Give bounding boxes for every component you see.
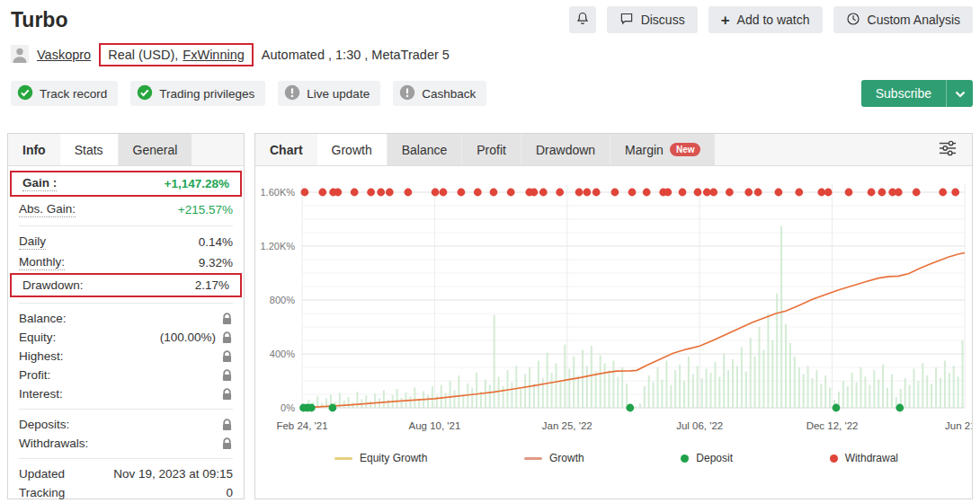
gain-value: +1,147.28% bbox=[165, 177, 229, 190]
profit-label: Profit: bbox=[19, 368, 50, 382]
clock-icon bbox=[846, 12, 860, 29]
highest-row: Highest: bbox=[8, 347, 244, 366]
tab-drawdown[interactable]: Drawdown bbox=[521, 134, 610, 165]
svg-text:Jan 25, '22: Jan 25, '22 bbox=[542, 420, 592, 431]
chevron-down-icon bbox=[955, 85, 966, 101]
badge-live-update: Live update bbox=[278, 81, 380, 106]
chart-panel: Chart Growth Balance Profit Drawdown Mar… bbox=[254, 133, 973, 499]
badge-track-record: Track record bbox=[11, 81, 118, 106]
legend-equity-growth: Equity Growth bbox=[334, 452, 427, 464]
divider bbox=[19, 409, 233, 410]
add-to-watch-button[interactable]: + Add to watch bbox=[708, 6, 823, 33]
stat-rows: Gain : +1,147.28% Abs. Gain: +215.57% Da… bbox=[8, 166, 244, 502]
monthly-label: Monthly: bbox=[19, 255, 65, 270]
lock-icon bbox=[221, 350, 233, 363]
gain-highlight: Gain : +1,147.28% bbox=[10, 171, 242, 197]
balance-row: Balance: bbox=[8, 309, 244, 328]
svg-text:400%: 400% bbox=[270, 349, 295, 359]
withdrawal-swatch bbox=[830, 454, 838, 463]
lock-icon bbox=[221, 419, 233, 431]
interest-label: Interest: bbox=[19, 387, 63, 401]
chart-legend: Equity Growth Growth Deposit Withdrawal bbox=[255, 440, 972, 464]
profit-row: Profit: bbox=[8, 366, 244, 384]
drawdown-row: Drawdown: 2.17% bbox=[12, 276, 240, 295]
equity-growth-swatch bbox=[334, 457, 352, 460]
lock-icon bbox=[221, 331, 233, 344]
updated-label: Updated bbox=[19, 467, 65, 481]
divider bbox=[19, 225, 233, 226]
broker-link[interactable]: FxWinning bbox=[183, 48, 245, 62]
balance-label: Balance: bbox=[19, 312, 67, 325]
abs-gain-label: Abs. Gain: bbox=[19, 202, 76, 217]
growth-chart[interactable]: Feb 24, '21Aug 10, '21Jan 25, '22Jul 06,… bbox=[255, 166, 972, 440]
svg-text:800%: 800% bbox=[270, 295, 295, 305]
svg-text:Feb 24, '21: Feb 24, '21 bbox=[276, 420, 327, 431]
subscribe-dropdown-button[interactable] bbox=[946, 80, 973, 107]
header-actions: Discuss + Add to watch Custom Analysis bbox=[569, 6, 973, 33]
user-link[interactable]: Vaskopro bbox=[37, 48, 91, 62]
daily-value: 0.14% bbox=[199, 235, 233, 249]
divider bbox=[19, 458, 233, 459]
account-type-label: Real (USD), bbox=[108, 48, 178, 62]
deposit-swatch bbox=[681, 454, 689, 463]
info-panel: Info Stats General Gain : +1,147.28% Abs… bbox=[7, 133, 245, 499]
plus-icon: + bbox=[721, 13, 730, 28]
avatar bbox=[11, 45, 29, 66]
tab-general[interactable]: General bbox=[118, 134, 192, 165]
lock-icon bbox=[221, 437, 233, 450]
legend-deposit: Deposit bbox=[681, 452, 733, 464]
deposits-row: Deposits: bbox=[8, 415, 244, 434]
account-meta: Automated , 1:30 , MetaTrader 5 bbox=[262, 48, 450, 62]
equity-row: Equity: (100.00%) bbox=[8, 328, 244, 347]
check-circle-icon bbox=[137, 84, 153, 103]
legend-withdrawal: Withdrawal bbox=[830, 452, 898, 464]
exclamation-circle-icon bbox=[284, 84, 300, 103]
equity-value: (100.00%) bbox=[160, 331, 216, 344]
tracking-row: Tracking 0 bbox=[8, 483, 244, 502]
page-title: Turbo bbox=[11, 8, 67, 32]
drawdown-label: Drawdown: bbox=[22, 278, 84, 292]
gain-row: Gain : +1,147.28% bbox=[12, 173, 240, 194]
withdrawals-row: Withdrawals: bbox=[8, 434, 244, 453]
tab-info[interactable]: Info bbox=[8, 134, 60, 165]
chart-settings-button[interactable] bbox=[923, 134, 972, 165]
tab-stats[interactable]: Stats bbox=[60, 134, 118, 165]
divider bbox=[19, 303, 233, 304]
svg-text:Aug 10, '21: Aug 10, '21 bbox=[408, 420, 460, 431]
info-panel-tabs: Info Stats General bbox=[8, 134, 244, 166]
exclamation-circle-icon bbox=[399, 84, 415, 103]
chart-tabs: Chart Growth Balance Profit Drawdown Mar… bbox=[255, 134, 972, 166]
notifications-button[interactable] bbox=[569, 6, 596, 33]
badge-cashback: Cashback bbox=[393, 81, 486, 106]
badges-row: Track record Trading privileges Live upd… bbox=[11, 80, 973, 107]
updated-row: Updated Nov 19, 2023 at 09:15 bbox=[8, 464, 244, 483]
growth-swatch bbox=[524, 457, 542, 460]
speech-bubble-icon bbox=[619, 12, 634, 28]
discuss-button[interactable]: Discuss bbox=[607, 6, 698, 33]
tab-margin[interactable]: Margin New bbox=[610, 134, 715, 165]
tab-growth[interactable]: Growth bbox=[317, 134, 387, 165]
tab-profit[interactable]: Profit bbox=[461, 134, 521, 165]
gain-label: Gain : bbox=[22, 176, 57, 191]
tab-balance[interactable]: Balance bbox=[387, 134, 462, 165]
daily-row: Daily 0.14% bbox=[8, 232, 244, 252]
drawdown-highlight: Drawdown: 2.17% bbox=[10, 273, 242, 297]
abs-gain-row: Abs. Gain: +215.57% bbox=[8, 199, 244, 220]
monthly-value: 9.32% bbox=[199, 256, 233, 269]
badge-trading-privileges: Trading privileges bbox=[130, 81, 265, 106]
sliders-icon bbox=[938, 139, 958, 160]
interest-row: Interest: bbox=[8, 384, 244, 403]
check-circle-icon bbox=[17, 84, 33, 103]
tracking-value: 0 bbox=[226, 486, 233, 499]
abs-gain-value: +215.57% bbox=[178, 203, 233, 216]
highest-label: Highest: bbox=[19, 349, 64, 363]
daily-label: Daily bbox=[19, 234, 46, 250]
svg-text:Jul 06, '22: Jul 06, '22 bbox=[676, 420, 723, 431]
lock-icon bbox=[221, 388, 233, 401]
custom-analysis-button[interactable]: Custom Analysis bbox=[833, 6, 973, 33]
monthly-row: Monthly: 9.32% bbox=[8, 252, 244, 273]
account-type-highlight: Real (USD), FxWinning bbox=[99, 43, 254, 66]
bell-icon bbox=[575, 11, 590, 29]
tracking-label: Tracking bbox=[19, 486, 65, 499]
subscribe-button[interactable]: Subscribe bbox=[861, 80, 946, 107]
